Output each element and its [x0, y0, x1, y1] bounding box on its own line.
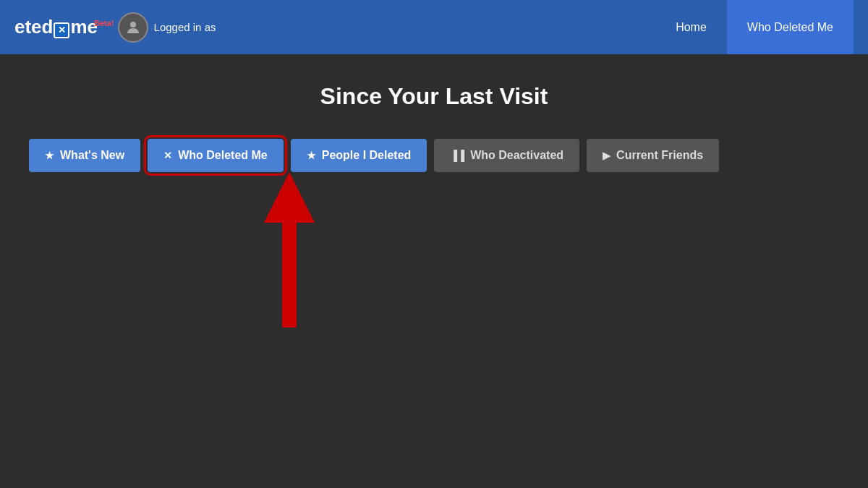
arrow-annotation — [29, 172, 839, 346]
brand-deleted-text: eted — [14, 16, 53, 38]
svg-rect-1 — [282, 215, 297, 328]
who-deactivated-label: Who Deactivated — [470, 149, 563, 162]
navbar: eted ✕ me Beta! Logged in as Home Who De… — [0, 0, 868, 54]
nav-home[interactable]: Home — [655, 0, 727, 54]
main-content: Since Your Last Visit ★ What's New ✕ Who… — [0, 54, 868, 360]
current-friends-label: Current Friends — [616, 149, 703, 162]
who-deleted-label: Who Deleted Me — [178, 149, 268, 162]
tabs-container: ★ What's New ✕ Who Deleted Me ★ People I… — [29, 139, 839, 172]
svg-point-0 — [130, 22, 136, 27]
svg-marker-2 — [264, 172, 315, 223]
red-arrow-icon — [260, 172, 318, 338]
nav-who-deleted-me[interactable]: Who Deleted Me — [727, 0, 854, 54]
people-deleted-icon: ★ — [307, 150, 316, 161]
brand: eted ✕ me Beta! — [14, 16, 118, 38]
tab-who-deleted-me[interactable]: ✕ Who Deleted Me — [148, 139, 284, 172]
avatar — [118, 12, 148, 43]
tab-current-friends[interactable]: ▶ Current Friends — [587, 139, 719, 172]
beta-badge: Beta! — [94, 19, 114, 27]
tab-people-i-deleted[interactable]: ★ People I Deleted — [291, 139, 427, 172]
who-deleted-icon: ✕ — [163, 150, 172, 161]
brand-text: eted ✕ me Beta! — [14, 16, 118, 38]
whats-new-icon: ★ — [45, 150, 54, 161]
navbar-links: Home Who Deleted Me — [655, 0, 854, 54]
current-friends-icon: ▶ — [603, 150, 610, 161]
who-deactivated-icon: ▐▐ — [450, 150, 464, 161]
tab-who-deactivated[interactable]: ▐▐ Who Deactivated — [434, 139, 579, 172]
page-title: Since Your Last Visit — [29, 83, 839, 110]
tab-whats-new[interactable]: ★ What's New — [29, 139, 140, 172]
whats-new-label: What's New — [60, 149, 124, 162]
logged-in-label: Logged in as — [154, 21, 216, 33]
people-deleted-label: People I Deleted — [322, 149, 412, 162]
brand-x-icon: ✕ — [54, 22, 69, 38]
